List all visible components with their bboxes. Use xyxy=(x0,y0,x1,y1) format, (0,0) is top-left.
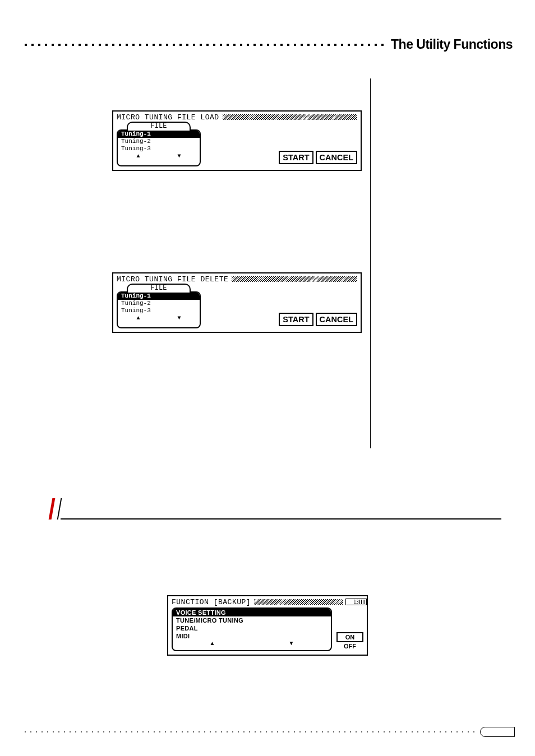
page-header: The Utility Functions xyxy=(22,37,513,52)
list-item[interactable]: Tuning-3 xyxy=(118,145,200,152)
lcd-load-title-row: MICRO TUNING FILE LOAD xyxy=(113,112,361,122)
list-item[interactable]: Tuning-1 xyxy=(118,293,200,300)
arrow-down-icon[interactable]: ▼ xyxy=(289,640,294,647)
list-item[interactable]: Tuning-1 xyxy=(118,131,200,138)
lcd-load-panel: MICRO TUNING FILE LOAD FILE Tuning-1 Tun… xyxy=(112,110,362,171)
title-hatch xyxy=(254,599,343,605)
file-tab-label: FILE xyxy=(127,122,191,131)
start-button[interactable]: START xyxy=(279,151,313,164)
start-button[interactable]: START xyxy=(279,313,313,326)
section-marker xyxy=(49,498,62,520)
lcd-delete-panel: MICRO TUNING FILE DELETE FILE Tuning-1 T… xyxy=(112,272,362,333)
off-button[interactable]: OFF xyxy=(336,642,363,650)
arrow-down-icon[interactable]: ▼ xyxy=(177,315,181,322)
lcd-backup-panel: FUNCTION [BACKUP] 13 VOICE SETTING TUNE/… xyxy=(167,595,368,656)
page-number: 13 xyxy=(353,600,359,605)
title-hatch xyxy=(232,276,357,282)
list-item[interactable]: MIDI xyxy=(173,632,331,640)
arrow-up-icon[interactable]: ▲ xyxy=(136,315,140,322)
arrow-up-icon[interactable]: ▲ xyxy=(210,640,215,647)
list-item[interactable]: VOICE SETTING xyxy=(173,609,331,616)
cancel-button[interactable]: CANCEL xyxy=(316,151,357,164)
arrow-up-icon[interactable]: ▲ xyxy=(136,153,140,160)
arrow-down-icon[interactable]: ▼ xyxy=(177,153,181,160)
vertical-divider xyxy=(370,78,371,448)
lcd-delete-title: MICRO TUNING FILE DELETE xyxy=(117,275,228,284)
file-list: FILE Tuning-1 Tuning-2 Tuning-3 ▲ ▼ xyxy=(117,285,201,328)
settings-list: VOICE SETTING TUNE/MICRO TUNING PEDAL MI… xyxy=(172,607,332,651)
list-item[interactable]: Tuning-3 xyxy=(118,307,200,314)
footer-dots xyxy=(22,730,476,734)
cancel-button[interactable]: CANCEL xyxy=(316,313,357,326)
page-title: The Utility Functions xyxy=(391,37,513,52)
list-item[interactable]: PEDAL xyxy=(173,624,331,632)
lcd-load-title: MICRO TUNING FILE LOAD xyxy=(117,113,219,122)
lcd-backup-title: FUNCTION [BACKUP] xyxy=(172,598,251,606)
file-tab-label: FILE xyxy=(127,284,191,293)
page-footer xyxy=(22,727,515,737)
list-item[interactable]: Tuning-2 xyxy=(118,300,200,307)
on-button[interactable]: ON xyxy=(336,632,363,642)
section-line xyxy=(61,518,501,520)
lcd-backup-title-row: FUNCTION [BACKUP] 13 xyxy=(168,596,367,606)
list-item[interactable]: Tuning-2 xyxy=(118,138,200,145)
title-hatch xyxy=(223,114,357,120)
file-list: FILE Tuning-1 Tuning-2 Tuning-3 ▲ ▼ xyxy=(117,123,201,166)
lcd-delete-title-row: MICRO TUNING FILE DELETE xyxy=(113,273,361,284)
page-number-box xyxy=(480,727,515,737)
page-indicator: 13 xyxy=(345,599,367,605)
header-dots xyxy=(22,43,385,47)
list-item[interactable]: TUNE/MICRO TUNING xyxy=(173,616,331,624)
